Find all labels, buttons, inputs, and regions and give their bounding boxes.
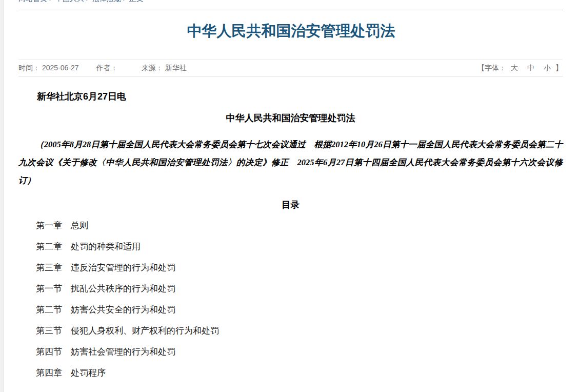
- toc-item: 第三节 侵犯人身权利、财产权利的行为和处罚: [18, 322, 563, 340]
- toc-item: 第四章 处罚程序: [18, 364, 563, 382]
- article-page: 网站首页 > 中国人大 > 法律法规 > 正文 中华人民共和国治安管理处罚法 时…: [4, 0, 578, 382]
- meta-source-label: 来源：: [142, 64, 163, 72]
- table-of-contents: 第一章 总则第二章 处罚的种类和适用第三章 违反治安管理的行为和处罚第一节 扰乱…: [18, 217, 563, 382]
- font-size-small-button[interactable]: 小: [544, 64, 551, 72]
- meta-source-value: 新华社: [165, 64, 187, 72]
- document-title: 中华人民共和国治安管理处罚法: [18, 109, 563, 127]
- toc-item: 第一节 扰乱公共秩序的行为和处罚: [18, 280, 563, 298]
- meta-author-label: 作者：: [96, 64, 118, 72]
- toc-item: 第一章 总则: [18, 217, 563, 235]
- meta-time-label: 时间：: [18, 64, 40, 72]
- toc-item: 第三章 违反治安管理的行为和处罚: [18, 259, 563, 277]
- toc-item: 第二节 妨害公共安全的行为和处罚: [18, 301, 563, 319]
- font-switch-suffix: 】: [555, 64, 563, 72]
- page-title: 中华人民共和国治安管理处罚法: [4, 22, 578, 40]
- enactment-note: （2005年8月28日第十届全国人民代表大会常务委员会第十七次会议通过 根据20…: [18, 135, 563, 189]
- toc-item: 第二章 处罚的种类和适用: [18, 238, 563, 256]
- toc-item: 第四节 妨害社会管理的行为和处罚: [18, 343, 563, 361]
- font-size-large-button[interactable]: 大: [511, 64, 518, 72]
- dateline: 新华社北京6月27日电: [18, 87, 563, 106]
- font-size-switch: 【字体：大中小】: [477, 64, 563, 72]
- breadcrumb[interactable]: 网站首页 > 中国人大 > 法律法规 > 正文: [18, 0, 144, 3]
- meta-time-value: 2025-06-27: [42, 64, 79, 72]
- page-left-edge: [0, 0, 4, 392]
- article-body: 新华社北京6月27日电 中华人民共和国治安管理处罚法 （2005年8月28日第十…: [18, 76, 563, 382]
- meta-info: 时间：2025-06-27作者：来源：新华社: [18, 64, 189, 72]
- breadcrumb-bar: 网站首页 > 中国人大 > 法律法规 > 正文: [18, 0, 563, 10]
- font-size-medium-button[interactable]: 中: [527, 64, 534, 72]
- font-switch-prefix: 【字体：: [477, 64, 506, 72]
- toc-heading: 目录: [18, 195, 563, 214]
- meta-bar: 时间：2025-06-27作者：来源：新华社 【字体：大中小】: [18, 60, 563, 76]
